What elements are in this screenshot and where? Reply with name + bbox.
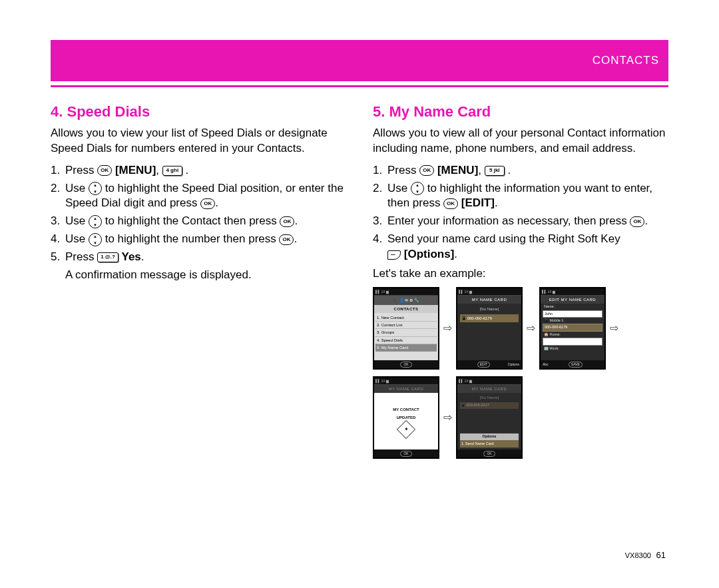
text: . (182, 164, 188, 176)
ok-icon: OK (97, 165, 112, 176)
phone-statusbar: ▌▌ 1X ▆ (374, 378, 438, 385)
confirm-diamond-icon: ✦ (397, 420, 415, 439)
phone-iconbar: 📞 👤 ✉ ⚙ 🔧 (374, 296, 438, 305)
model-number: VX8300 (625, 551, 651, 559)
key-1: 1 @.? (97, 252, 119, 262)
text: . (454, 248, 457, 260)
popup-line: UPDATED (397, 415, 416, 420)
yes-label: Yes (122, 250, 141, 263)
text: . (141, 250, 144, 263)
step-3-left: 3. Use to highlight the Contact then pre… (51, 214, 346, 229)
step-text: Press 1 @.? Yes. (65, 250, 346, 265)
step-4-right: 4. Send your name card using the Right S… (373, 232, 668, 262)
menu-label: MENU (119, 164, 152, 176)
header-rule-accent (51, 85, 668, 87)
example-lead: Let's take an example: (373, 266, 668, 282)
list-item: 4. Speed Dials (375, 337, 437, 344)
manual-page: CONTACTS 4. Speed Dials Allows you to vi… (0, 0, 719, 588)
softkey-center: OK (483, 451, 495, 457)
text: Use (65, 182, 89, 194)
intro-speed-dials: Allows you to view your list of Speed Di… (51, 126, 346, 156)
text: Enter your information as necessary, the… (387, 214, 630, 227)
step-number: 2. (51, 181, 65, 212)
step-number: 3. (373, 214, 387, 229)
field-value-selected: 000-000-6179 (543, 324, 602, 331)
ok-icon: OK (630, 216, 644, 227)
step-text: Use to highlight the information you wan… (387, 181, 668, 212)
phone-statusbar: ▌▌ 1X ▆ (457, 378, 521, 385)
right-softkey-icon (387, 250, 401, 260)
softkey-center: EDIT (477, 362, 490, 368)
nav-updown-icon (89, 215, 102, 228)
step-number: 1. (51, 163, 65, 178)
header-band: CONTACTS (51, 40, 668, 81)
phone-softkeys: OK (374, 449, 438, 457)
phone-softkeys: AbcSAVE (541, 360, 604, 368)
phone-body: Name: John 📱 Mobile 1: 000-000-6179 🏠 Ho… (541, 304, 604, 360)
screenshots-row-1: ▌▌ 1X ▆ 📞 👤 ✉ ⚙ 🔧 CONTACTS 1. New Contac… (373, 287, 668, 370)
no-name: [No Name] (459, 394, 520, 401)
ok-icon: OK (419, 165, 434, 176)
screenshots-row-2: ▌▌ 1X ▆ MY NAME CARD MY CONTACT UPDATED … (373, 376, 668, 459)
ok-icon: OK (280, 216, 294, 227)
step-5-left: 5. Press 1 @.? Yes. (51, 250, 346, 265)
field-label: Name: (544, 304, 555, 308)
options-popup: Options 1. Send Name Card (459, 433, 519, 448)
text: , (156, 164, 162, 176)
popup-title: Options (460, 434, 519, 440)
edit-label: EDIT (465, 196, 491, 209)
softkey-center: OK (400, 451, 411, 457)
column-left: 4. Speed Dials Allows you to view your l… (51, 102, 346, 459)
field-label: Home: (550, 332, 561, 336)
columns: 4. Speed Dials Allows you to view your l… (51, 102, 668, 459)
text: Use (65, 214, 89, 227)
ok-icon: OK (200, 198, 215, 209)
text: . (495, 196, 498, 209)
text: . (215, 196, 218, 209)
options-label: Options (407, 248, 450, 260)
field-label: Mobile 1: (550, 318, 565, 322)
phone-screen-title: MY NAME CARD (457, 296, 521, 304)
arrow-right-icon: ⇨ (443, 321, 452, 336)
arrow-right-icon: ⇨ (443, 410, 452, 425)
step-text: Use to highlight the number then press O… (65, 232, 346, 247)
field-value: John (543, 310, 602, 318)
step-text: Use to highlight the Contact then press … (65, 214, 346, 229)
softkey-center: OK (400, 362, 411, 368)
phone-softkeys: OK (457, 449, 521, 457)
text: to highlight the number then press (105, 232, 280, 245)
key-5: 5 jkl (485, 166, 505, 176)
field-value (543, 338, 602, 345)
nav-updown-icon (411, 182, 424, 195)
phone-statusbar: ▌▌ 1X ▆ (374, 288, 438, 296)
number-value: 000-005-2217 (467, 403, 489, 407)
text: . (644, 214, 648, 227)
step-text: Press OK [MENU], 4 ghi . (65, 163, 346, 178)
phone-body: [No Name] 📱 000-000-6179 (457, 304, 521, 360)
confirm-text: A confirmation message is displayed. (65, 268, 346, 283)
phone-statusbar: ▌▌ 1X ▆ (457, 288, 521, 296)
dimmed-number: 📱 000-005-2217 (460, 402, 519, 408)
phone-statusbar: ▌▌ 1X ▆ (541, 288, 604, 296)
step-text: Use to highlight the Speed Dial position… (65, 181, 346, 212)
phone-body: 1. New Contact 2. Contact List 3. Groups… (374, 313, 438, 360)
text: . (294, 232, 297, 245)
step-number: 1. (373, 163, 387, 178)
column-right: 5. My Name Card Allows you to view all o… (373, 102, 668, 459)
footer: VX8300 61 (625, 550, 666, 560)
step-3-right: 3. Enter your information as necessary, … (373, 214, 668, 229)
list-item: 1. New Contact (375, 314, 437, 322)
text: . (294, 214, 298, 227)
section-title-speed-dials: 4. Speed Dials (51, 102, 346, 122)
popup-item: 1. Send Name Card (460, 440, 519, 447)
list-item: 2. Contact List (375, 322, 437, 329)
list-item-selected: 5. My Name Card (375, 344, 437, 352)
page-number: 61 (656, 550, 666, 560)
phone-screen-title: MY NAME CARD (374, 385, 438, 393)
phone-screen-title: MY NAME CARD (457, 385, 521, 393)
intro-my-name-card: Allows you to view all of your personal … (373, 126, 668, 156)
step-number: 3. (51, 214, 65, 229)
softkey-right: Options (508, 362, 519, 367)
phone-shot-name-card-view: ▌▌ 1X ▆ MY NAME CARD [No Name] 📱 000-000… (456, 287, 523, 370)
selected-number: 📱 000-000-6179 (460, 314, 519, 322)
